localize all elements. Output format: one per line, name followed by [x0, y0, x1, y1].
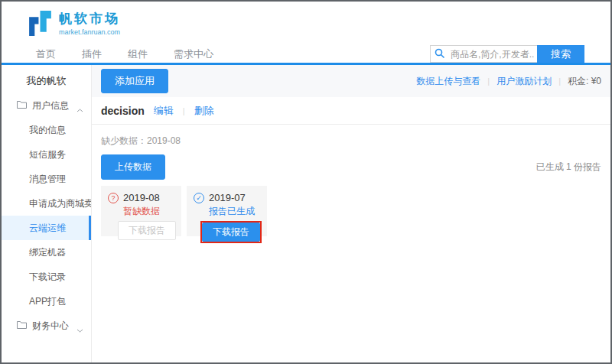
- page-body: 我的帆软 用户信息 我的信息 短信服务 消息管理: [2, 65, 610, 362]
- sidebar-item-label: 消息管理: [29, 173, 66, 186]
- generated-report-count: 已生成 1 份报告: [536, 161, 601, 174]
- search-bar: 搜索: [430, 45, 584, 63]
- search-button[interactable]: 搜索: [537, 45, 584, 63]
- sidebar-item-apply-seller[interactable]: 申请成为商城卖家: [2, 191, 91, 216]
- download-report-button[interactable]: 下载报告: [202, 223, 260, 242]
- sidebar-item-label: APP打包: [29, 295, 66, 308]
- sidebar-item-label: 短信服务: [29, 148, 66, 161]
- sidebar-item-label: 财务中心: [32, 320, 69, 333]
- sidebar-item-label: 下载记录: [29, 271, 66, 284]
- app-window: 帆软市场 market.fanruan.com 首页 插件 组件 需求中心 搜索: [0, 0, 612, 364]
- search-icon: [435, 48, 445, 62]
- sidebar-item-message-management[interactable]: 消息管理: [2, 167, 91, 191]
- highlight-annotation: 下载报告: [200, 221, 262, 243]
- points-balance: 积金: ¥0: [568, 75, 601, 88]
- data-upload-view-link[interactable]: 数据上传与查看: [416, 75, 480, 88]
- toolbar-links: 数据上传与查看 | 用户激励计划 | 积金: ¥0: [416, 75, 601, 88]
- nav-item-demand-center[interactable]: 需求中心: [174, 47, 213, 61]
- separator: |: [558, 76, 561, 86]
- brand-domain: market.fanruan.com: [59, 28, 120, 36]
- report-status: 暂缺数据: [123, 205, 176, 218]
- add-app-button[interactable]: 添加应用: [101, 69, 168, 93]
- incentive-plan-link[interactable]: 用户激励计划: [496, 75, 552, 88]
- separator: |: [183, 106, 185, 115]
- upload-data-button[interactable]: 上传数据: [101, 154, 165, 180]
- report-month: 2019-08: [123, 192, 160, 203]
- sidebar-item-label: 云端运维: [29, 222, 66, 235]
- separator: |: [487, 76, 490, 86]
- nav-item-components[interactable]: 组件: [128, 47, 148, 61]
- folder-icon: [17, 320, 27, 331]
- delete-link[interactable]: 删除: [194, 104, 214, 118]
- sidebar-item-cloud-ops[interactable]: 云端运维: [2, 216, 91, 240]
- sidebar-item-sms-service[interactable]: 短信服务: [2, 142, 91, 167]
- chevron-up-icon: [76, 104, 83, 115]
- sidebar-item-app-packaging[interactable]: APP打包: [2, 289, 91, 314]
- card-button-row: 下载报告: [108, 221, 176, 240]
- sidebar-item-label: 申请成为商城卖家: [29, 197, 91, 210]
- app-name: decision: [101, 105, 145, 117]
- nav-item-plugins[interactable]: 插件: [82, 47, 102, 61]
- card-button-row: 下载报告: [194, 221, 262, 243]
- app-header-row: decision 编辑 | 删除: [92, 102, 610, 119]
- edit-link[interactable]: 编辑: [154, 104, 174, 118]
- sidebar-item-finance-center[interactable]: 财务中心: [2, 314, 91, 338]
- check-circle-icon: ✓: [194, 193, 204, 203]
- nav-item-home[interactable]: 首页: [36, 47, 56, 61]
- brand-name: 帆软市场: [59, 11, 120, 27]
- question-circle-icon: ?: [108, 193, 119, 203]
- sidebar-item-label: 用户信息: [32, 99, 69, 112]
- search-box: [430, 45, 537, 63]
- sidebar-item-label: 绑定机器: [29, 246, 66, 259]
- sidebar: 我的帆软 用户信息 我的信息 短信服务 消息管理: [2, 65, 92, 362]
- sidebar-item-my-info[interactable]: 我的信息: [2, 118, 91, 142]
- report-status: 报告已生成: [209, 205, 262, 218]
- chevron-down-icon: [76, 324, 83, 335]
- card-header: ? 2019-08: [108, 192, 176, 203]
- content-toolbar: 添加应用 数据上传与查看 | 用户激励计划 | 积金: ¥0: [92, 65, 610, 97]
- card-header: ✓ 2019-07: [194, 192, 262, 203]
- missing-data-notice: 缺少数据：2019-08: [92, 125, 610, 148]
- folder-icon: [17, 100, 27, 111]
- report-month: 2019-07: [209, 192, 246, 203]
- sidebar-title: 我的帆软: [2, 69, 91, 93]
- sidebar-item-bind-machine[interactable]: 绑定机器: [2, 240, 91, 265]
- site-header: 帆软市场 market.fanruan.com 首页 插件 组件 需求中心 搜索: [2, 2, 610, 63]
- report-cards: ? 2019-08 暂缺数据 下载报告 ✓ 2019-07 报告已生成: [92, 186, 610, 236]
- primary-nav: 首页 插件 组件 需求中心: [36, 47, 213, 61]
- sidebar-item-download-records[interactable]: 下载记录: [2, 265, 91, 289]
- download-report-button-disabled: 下载报告: [118, 221, 176, 240]
- report-card-2019-07: ✓ 2019-07 报告已生成 下载报告: [187, 186, 267, 236]
- brand[interactable]: 帆软市场 market.fanruan.com: [28, 9, 120, 41]
- search-input[interactable]: [430, 45, 537, 63]
- report-card-2019-08: ? 2019-08 暂缺数据 下载报告: [101, 186, 181, 236]
- brand-text: 帆软市场 market.fanruan.com: [59, 11, 120, 36]
- sidebar-item-user-info[interactable]: 用户信息: [2, 93, 91, 118]
- brand-logo-icon: [28, 9, 53, 41]
- main-content: 添加应用 数据上传与查看 | 用户激励计划 | 积金: ¥0 decision …: [92, 65, 610, 362]
- sidebar-item-label: 我的信息: [29, 124, 66, 137]
- upload-row: 上传数据 已生成 1 份报告: [92, 154, 610, 180]
